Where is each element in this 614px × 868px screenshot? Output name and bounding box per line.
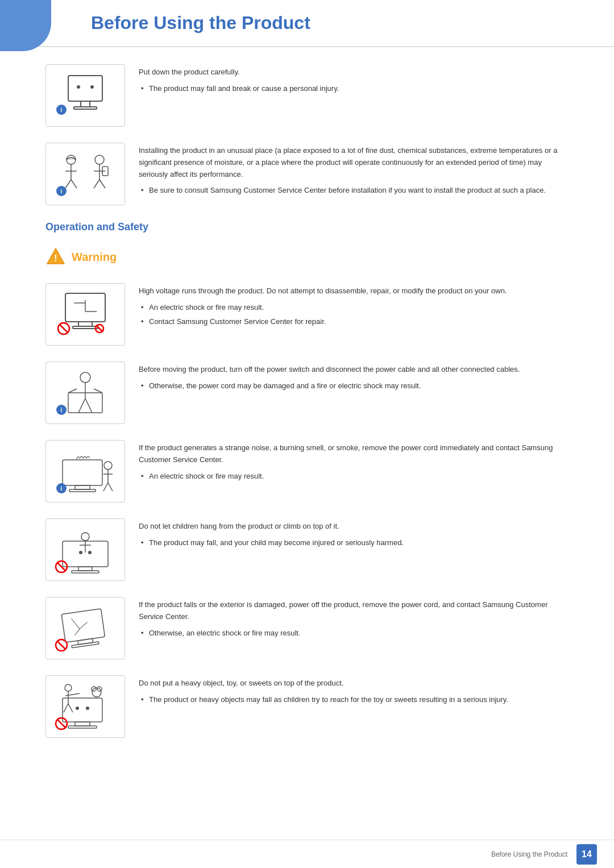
svg-line-83: [57, 720, 65, 728]
svg-line-79: [65, 693, 80, 696]
bullets-high-voltage: An electric shock or fire may result. Co…: [139, 302, 569, 328]
icon-children-hang: [51, 524, 119, 575]
warning-item-product-falls: If the product falls or the exterior is …: [45, 597, 569, 659]
svg-point-73: [86, 707, 89, 710]
header-accent-blue: [0, 0, 51, 51]
icon-box-high-voltage: [45, 283, 125, 346]
bullet-product-falls-0: Otherwise, an electric shock or fire may…: [139, 628, 569, 639]
svg-point-4: [90, 85, 94, 89]
bullet-high-voltage-0: An electric shock or fire may result.: [139, 302, 569, 314]
bullet-high-voltage-1: Contact Samsung Customer Service Center …: [139, 316, 569, 328]
svg-line-64: [71, 618, 80, 630]
svg-point-44: [104, 462, 112, 470]
svg-rect-42: [75, 485, 90, 489]
icon-box-heavy-object: [45, 675, 125, 738]
icon-box-children-hang: [45, 518, 125, 581]
main-text-strange-noise: If the product generates a strange noise…: [139, 442, 569, 466]
svg-rect-52: [78, 567, 92, 571]
svg-line-11: [71, 180, 77, 188]
svg-line-68: [57, 641, 65, 649]
svg-line-35: [94, 389, 102, 393]
svg-line-16: [99, 180, 105, 188]
warning-label: Warning: [72, 251, 117, 264]
svg-line-37: [78, 398, 85, 413]
bullet-moving-product-0: Otherwise, the power cord may be damaged…: [139, 380, 569, 392]
safety-text-heavy-object: Do not put a heavy object, toy, or sweet…: [139, 675, 569, 708]
bullet-heavy-object-0: The product or heavy objects may fall as…: [139, 694, 569, 706]
svg-line-81: [68, 704, 73, 712]
bullets-product-falls: Otherwise, an electric shock or fire may…: [139, 628, 569, 639]
warning-item-moving-product: i Before moving the product, turn off th…: [45, 362, 569, 424]
svg-text:i: i: [61, 107, 63, 113]
main-text-put-down: Put down the product carefully.: [139, 67, 569, 78]
icon-heavy-object: [51, 681, 119, 732]
warning-triangle-icon: !: [45, 247, 66, 267]
svg-rect-0: [68, 76, 102, 101]
page-wrapper: Before Using the Product i: [0, 0, 614, 868]
bullets-heavy-object: The product or heavy objects may fall as…: [139, 694, 569, 706]
warning-item-strange-noise: i If the product generates a strange noi…: [45, 440, 569, 502]
bullet-install-unusual-0: Be sure to consult Samsung Customer Serv…: [139, 185, 569, 197]
svg-point-57: [79, 551, 82, 554]
safety-text-strange-noise: If the product generates a strange noise…: [139, 440, 569, 484]
footer-page-number: 14: [576, 844, 597, 865]
main-text-moving-product: Before moving the product, turn off the …: [139, 364, 569, 376]
svg-text:i: i: [61, 188, 63, 194]
svg-text:!: !: [54, 254, 57, 263]
icon-box-moving-product: i: [45, 362, 125, 424]
svg-line-15: [94, 180, 99, 188]
main-text-heavy-object: Do not put a heavy object, toy, or sweet…: [139, 678, 569, 690]
safety-text-install-unusual: Installing the product in an unusual pla…: [139, 143, 569, 199]
svg-line-38: [85, 398, 92, 413]
svg-point-32: [80, 372, 90, 383]
icon-product-falls: [51, 603, 119, 654]
bullets-install-unusual: Be sure to consult Samsung Customer Serv…: [139, 185, 569, 197]
svg-rect-24: [73, 326, 98, 329]
header-accent: [0, 0, 80, 57]
icon-moving-product: i: [51, 367, 119, 418]
safety-text-product-falls: If the product falls or the exterior is …: [139, 597, 569, 641]
svg-line-34: [68, 389, 77, 393]
icon-box-install-unusual: i: [45, 143, 125, 205]
warning-item-high-voltage: High voltage runs through the product. D…: [45, 283, 569, 346]
svg-point-72: [76, 707, 79, 710]
footer-text: Before Using the Product: [491, 850, 567, 858]
content-area: i Put down the product carefully. The pr…: [0, 47, 614, 771]
svg-text:i: i: [61, 407, 63, 413]
svg-point-12: [95, 155, 104, 164]
svg-line-10: [65, 180, 71, 188]
svg-point-77: [65, 684, 72, 691]
bullets-children-hang: The product may fall, and your child may…: [139, 537, 569, 549]
warning-item-heavy-object: Do not put a heavy object, toy, or sweet…: [45, 675, 569, 738]
svg-rect-2: [74, 107, 97, 109]
bullet-strange-noise-0: An electric shock or fire may result.: [139, 471, 569, 483]
svg-point-58: [88, 551, 92, 554]
svg-rect-1: [81, 101, 90, 107]
svg-point-54: [81, 533, 89, 541]
svg-line-80: [64, 704, 68, 712]
warning-banner: ! Warning: [45, 247, 569, 267]
icon-strange-noise: i: [51, 446, 119, 497]
bullet-put-down-0: The product may fall and break or cause …: [139, 83, 569, 95]
main-text-high-voltage: High voltage runs through the product. D…: [139, 285, 569, 297]
safety-item-put-down: i Put down the product carefully. The pr…: [45, 64, 569, 127]
svg-point-74: [92, 688, 101, 697]
icon-box-product-falls: [45, 597, 125, 659]
svg-rect-63: [72, 642, 99, 648]
svg-rect-71: [68, 726, 97, 728]
main-text-install-unusual: Installing the product in an unusual pla…: [139, 145, 569, 180]
svg-line-48: [108, 483, 113, 491]
svg-rect-41: [63, 460, 102, 485]
page-title-bar: Before Using the Product: [0, 0, 614, 47]
bullet-children-hang-0: The product may fall, and your child may…: [139, 537, 569, 549]
icon-monitor: i: [51, 70, 119, 121]
safety-text-moving-product: Before moving the product, turn off the …: [139, 362, 569, 394]
main-text-children-hang: Do not let children hang from the produc…: [139, 521, 569, 533]
svg-line-65: [74, 629, 80, 635]
svg-rect-43: [69, 489, 96, 492]
page-title: Before Using the Product: [91, 13, 586, 34]
bullets-put-down: The product may fall and break or cause …: [139, 83, 569, 95]
operation-safety-heading: Operation and Safety: [45, 221, 569, 233]
svg-line-66: [79, 622, 88, 629]
safety-text-put-down: Put down the product carefully. The prod…: [139, 64, 569, 97]
